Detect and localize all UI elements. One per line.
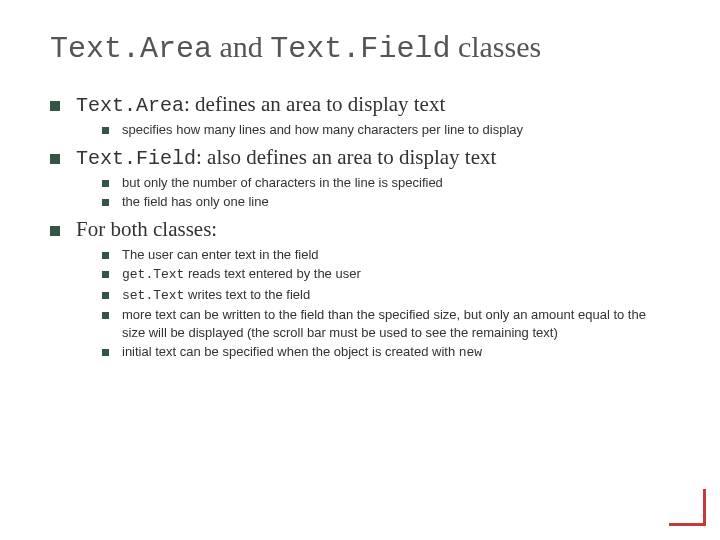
sub-textfield-1: but only the number of characters in the… (102, 174, 670, 192)
title-mono-1: Text.Area (50, 32, 212, 66)
title-mono-2: Text.Field (270, 32, 450, 66)
sub-both-3-rest: writes text to the field (184, 287, 310, 302)
sub-textarea-1-text: specifies how many lines and how many ch… (122, 122, 523, 137)
sub-both-3-mono: set.Text (122, 288, 184, 303)
sub-textfield-2-text: the field has only one line (122, 194, 269, 209)
bullet-textarea: Text.Area: defines an area to display te… (50, 92, 670, 139)
title-part-4: classes (450, 30, 541, 63)
corner-decoration-icon (669, 489, 706, 526)
sub-textfield-1-text: but only the number of characters in the… (122, 175, 443, 190)
bullet-both-head: For both classes: (76, 217, 217, 241)
sub-both-5-pre: initial text can be specified when the o… (122, 344, 459, 359)
bullet-both: For both classes: The user can enter tex… (50, 217, 670, 362)
sublist-textarea: specifies how many lines and how many ch… (76, 121, 670, 139)
sub-both-1-text: The user can enter text in the field (122, 247, 319, 262)
sub-both-5-mono: new (459, 345, 482, 360)
bullet-textfield-rest: : also defines an area to display text (196, 145, 496, 169)
sub-both-4-text: more text can be written to the field th… (122, 307, 646, 340)
bullet-textfield: Text.Field: also defines an area to disp… (50, 145, 670, 211)
slide: Text.Area and Text.Field classes Text.Ar… (0, 0, 720, 388)
sub-textfield-2: the field has only one line (102, 193, 670, 211)
sub-both-5: initial text can be specified when the o… (102, 343, 670, 362)
bullet-list: Text.Area: defines an area to display te… (50, 92, 670, 362)
sub-both-2: get.Text reads text entered by the user (102, 265, 670, 284)
sublist-textfield: but only the number of characters in the… (76, 174, 670, 211)
title-part-2: and (212, 30, 270, 63)
sub-both-2-mono: get.Text (122, 267, 184, 282)
sub-both-1: The user can enter text in the field (102, 246, 670, 264)
bullet-textarea-mono: Text.Area (76, 94, 184, 117)
sub-textarea-1: specifies how many lines and how many ch… (102, 121, 670, 139)
slide-title: Text.Area and Text.Field classes (50, 30, 670, 66)
sublist-both: The user can enter text in the field get… (76, 246, 670, 362)
sub-both-2-rest: reads text entered by the user (184, 266, 360, 281)
bullet-textfield-mono: Text.Field (76, 147, 196, 170)
sub-both-3: set.Text writes text to the field (102, 286, 670, 305)
sub-both-4: more text can be written to the field th… (102, 306, 670, 341)
bullet-textarea-rest: : defines an area to display text (184, 92, 445, 116)
